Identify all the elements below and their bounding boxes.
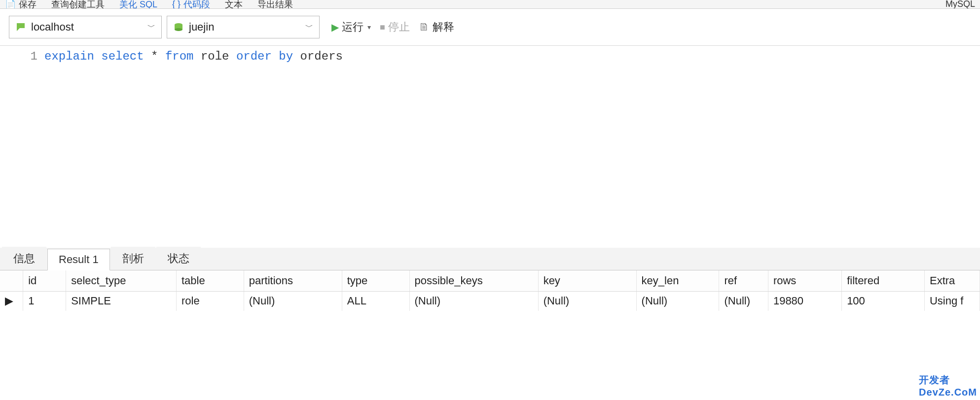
chevron-down-icon: ﹀ xyxy=(147,22,155,33)
host-dropdown[interactable]: localhost ﹀ xyxy=(9,16,162,38)
cell-rows: 19880 xyxy=(768,291,841,311)
col-partitions[interactable]: partitions xyxy=(244,270,342,291)
col-filtered[interactable]: filtered xyxy=(842,270,925,291)
result-table: id select_type table partitions type pos… xyxy=(0,270,980,311)
row-indicator-icon: ▶ xyxy=(0,291,23,311)
col-extra[interactable]: Extra xyxy=(924,270,980,291)
col-key-len[interactable]: key_len xyxy=(636,270,719,291)
db-engine-label: MySQL xyxy=(945,0,975,9)
beautify-sql-button[interactable]: 美化 SQL xyxy=(119,0,157,9)
result-table-wrap: id select_type table partitions type pos… xyxy=(0,270,980,311)
col-ref[interactable]: ref xyxy=(719,270,768,291)
code-snippet-button[interactable]: { } 代码段 xyxy=(172,0,210,9)
connection-bar: localhost ﹀ juejin ﹀ ▶ 运行 ▾ ■ 停止 🗎 解释 xyxy=(0,9,980,46)
explain-icon: 🗎 xyxy=(419,21,430,33)
cell-partitions: (Null) xyxy=(244,291,342,311)
cell-id: 1 xyxy=(23,291,66,311)
cell-possible-keys: (Null) xyxy=(409,291,538,311)
cell-extra: Using f xyxy=(924,291,980,311)
save-icon: 📄 xyxy=(5,0,16,9)
tab-info[interactable]: 信息 xyxy=(2,247,46,270)
col-type[interactable]: type xyxy=(342,270,409,291)
line-number: 1 xyxy=(0,50,37,63)
connection-icon xyxy=(15,22,26,33)
cell-key-len: (Null) xyxy=(636,291,719,311)
col-key[interactable]: key xyxy=(538,270,636,291)
cell-key: (Null) xyxy=(538,291,636,311)
top-toolbar: 📄保存 查询创建工具 美化 SQL { } 代码段 文本 导出结果 MySQL xyxy=(0,0,980,9)
tab-status[interactable]: 状态 xyxy=(156,247,201,270)
stop-icon: ■ xyxy=(380,22,385,33)
col-possible-keys[interactable]: possible_keys xyxy=(409,270,538,291)
database-name: juejin xyxy=(189,21,300,33)
run-label: 运行 xyxy=(342,20,363,34)
chevron-down-icon: ▾ xyxy=(367,23,371,31)
explain-label: 解释 xyxy=(433,20,454,34)
col-select-type[interactable]: select_type xyxy=(66,270,177,291)
result-tabs: 信息 Result 1 剖析 状态 xyxy=(0,248,980,270)
stop-button[interactable]: ■ 停止 xyxy=(380,20,410,34)
stop-label: 停止 xyxy=(388,20,410,34)
action-buttons: ▶ 运行 ▾ ■ 停止 🗎 解释 xyxy=(331,20,454,34)
tab-profile[interactable]: 剖析 xyxy=(111,247,155,270)
table-row[interactable]: ▶ 1 SIMPLE role (Null) ALL (Null) (Null)… xyxy=(0,291,980,311)
cell-table: role xyxy=(176,291,244,311)
host-name: localhost xyxy=(31,21,143,33)
database-icon xyxy=(173,22,184,33)
explain-button[interactable]: 🗎 解释 xyxy=(419,20,454,34)
cell-type: ALL xyxy=(342,291,409,311)
save-button[interactable]: 📄保存 xyxy=(5,0,36,9)
text-button[interactable]: 文本 xyxy=(225,0,243,9)
svg-point-3 xyxy=(175,28,182,31)
chevron-down-icon: ﹀ xyxy=(305,22,313,33)
line-gutter: 1 xyxy=(0,46,44,248)
cell-filtered: 100 xyxy=(842,291,925,311)
cell-select-type: SIMPLE xyxy=(66,291,177,311)
col-rows[interactable]: rows xyxy=(768,270,841,291)
tab-result[interactable]: Result 1 xyxy=(47,249,110,270)
query-builder-button[interactable]: 查询创建工具 xyxy=(51,0,105,9)
col-table[interactable]: table xyxy=(176,270,244,291)
watermark: 开发者 DevZe.CoM xyxy=(919,373,977,398)
svg-marker-0 xyxy=(17,23,25,31)
code-line: explain select * from role order by orde… xyxy=(44,46,343,248)
sql-editor[interactable]: 1 explain select * from role order by or… xyxy=(0,46,980,248)
col-id[interactable]: id xyxy=(23,270,66,291)
play-icon: ▶ xyxy=(331,21,339,33)
header-row: id select_type table partitions type pos… xyxy=(0,270,980,291)
run-button[interactable]: ▶ 运行 ▾ xyxy=(331,20,371,34)
database-dropdown[interactable]: juejin ﹀ xyxy=(167,16,320,38)
export-result-button[interactable]: 导出结果 xyxy=(257,0,293,9)
cell-ref: (Null) xyxy=(719,291,768,311)
